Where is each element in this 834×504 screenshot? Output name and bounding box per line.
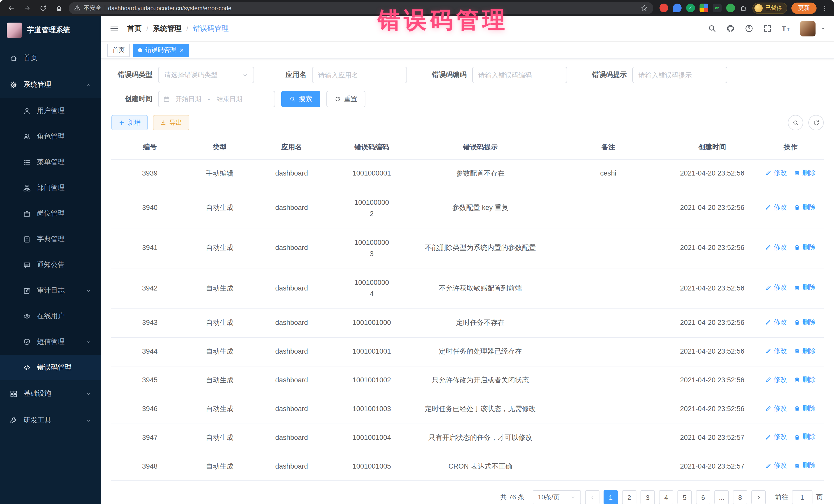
green-dot-extension-icon[interactable] [726, 4, 735, 12]
sidebar-item-audit-log[interactable]: 审计日志 [0, 278, 101, 303]
edit-button[interactable]: 修改 [766, 168, 787, 178]
reload-icon[interactable] [37, 2, 49, 14]
bookmark-star-icon[interactable] [640, 4, 648, 12]
cell-actions: 修改删除 [758, 308, 824, 337]
prev-page-button[interactable] [585, 490, 599, 504]
edit-button[interactable]: 修改 [766, 404, 787, 413]
check-extension-icon[interactable]: ✓ [686, 4, 695, 12]
breadcrumb-item[interactable]: 系统管理 [153, 24, 182, 33]
sidebar-item-role-management[interactable]: 角色管理 [0, 124, 101, 149]
url-text[interactable]: dashboard.yudao.iocoder.cn/system/error-… [108, 5, 232, 11]
cell-time: 2021-04-20 23:52:56 [667, 228, 758, 268]
fullscreen-icon[interactable] [763, 24, 772, 33]
chrome-menu-icon[interactable] [821, 2, 829, 14]
error-hint-label: 错误码提示 [592, 70, 627, 80]
delete-button[interactable]: 删除 [794, 404, 816, 413]
url-bar[interactable]: 不安全 dashboard.yudao.iocoder.cn/system/er… [69, 2, 653, 14]
github-icon[interactable] [726, 24, 735, 33]
edit-button[interactable]: 修改 [766, 346, 787, 355]
sidebar-item-post-management[interactable]: 岗位管理 [0, 201, 101, 226]
edit-button[interactable]: 修改 [766, 283, 787, 292]
next-page-button[interactable] [751, 490, 766, 504]
page-ellipsis[interactable]: ... [715, 490, 729, 504]
edit-button[interactable]: 修改 [766, 432, 787, 442]
sidebar-item-system-management[interactable]: 系统管理 [0, 71, 101, 98]
delete-button[interactable]: 删除 [794, 317, 816, 327]
edit-button[interactable]: 修改 [766, 461, 787, 470]
page-button-2[interactable]: 2 [622, 490, 636, 504]
sidebar-item-home[interactable]: 首页 [0, 45, 101, 71]
sidebar-item-dict-management[interactable]: 字典管理 [0, 226, 101, 252]
delete-button[interactable]: 删除 [794, 432, 816, 442]
page-button-8[interactable]: 8 [733, 490, 747, 504]
not-secure-label[interactable]: 不安全 [84, 4, 101, 12]
delete-button[interactable]: 删除 [794, 346, 816, 355]
error-code-input[interactable] [472, 67, 567, 83]
browser-home-icon[interactable] [53, 2, 65, 14]
sidebar-item-user-management[interactable]: 用户管理 [0, 98, 101, 124]
page-button-3[interactable]: 3 [640, 490, 655, 504]
user-avatar[interactable] [800, 21, 815, 36]
sidebar-item-online-user[interactable]: 在线用户 [0, 303, 101, 329]
sidebar-item-notice[interactable]: 通知公告 [0, 252, 101, 278]
sidebar-logo[interactable]: 芋道管理系统 [0, 16, 101, 45]
app-name-input[interactable] [312, 67, 407, 83]
tab-错误码管理[interactable]: 错误码管理× [133, 43, 189, 57]
delete-button[interactable]: 删除 [794, 168, 816, 178]
toggle-search-button[interactable] [788, 115, 803, 130]
delete-button[interactable]: 删除 [794, 283, 816, 292]
page-button-6[interactable]: 6 [696, 490, 710, 504]
breadcrumb-item[interactable]: 首页 [127, 24, 142, 33]
export-button[interactable]: 导出 [153, 115, 190, 130]
page-size-select[interactable]: 10条/页 [533, 490, 581, 504]
date-range-picker[interactable]: - [158, 91, 275, 107]
cell-code: 1001000002 [332, 188, 411, 228]
font-size-icon[interactable]: TT [782, 24, 790, 33]
sidebar-item-dev-tools[interactable]: 研发工具 [0, 407, 101, 434]
sidebar-item-sms-management[interactable]: 短信管理 [0, 329, 101, 355]
page-button-4[interactable]: 4 [659, 490, 673, 504]
search-button[interactable]: 搜索 [281, 91, 320, 107]
delete-button[interactable]: 删除 [794, 375, 816, 384]
add-button[interactable]: 新增 [111, 115, 148, 130]
sidebar-item-error-code-management[interactable]: 错误码管理 [0, 355, 101, 380]
error-hint-input[interactable] [632, 67, 727, 83]
tab-首页[interactable]: 首页 [107, 43, 130, 57]
page-button-1[interactable]: 1 [603, 490, 618, 504]
hamburger-icon[interactable] [109, 24, 119, 34]
edit-button[interactable]: 修改 [766, 375, 787, 384]
reset-button[interactable]: 重置 [326, 91, 366, 107]
error-type-select[interactable]: 请选择错误码类型 [158, 67, 254, 83]
edit-button[interactable]: 修改 [766, 203, 787, 212]
help-icon[interactable] [745, 24, 753, 33]
sidebar-item-infrastructure[interactable]: 基础设施 [0, 380, 101, 407]
profile-paused-badge[interactable]: 已暂停 [752, 2, 787, 14]
edit-button[interactable]: 修改 [766, 317, 787, 327]
cell-id: 3939 [111, 159, 188, 188]
location-extension-icon[interactable] [673, 4, 682, 12]
cell-time: 2021-04-20 23:52:57 [667, 452, 758, 481]
delete-button[interactable]: 删除 [794, 203, 816, 212]
sidebar-item-label: 角色管理 [37, 132, 65, 141]
edit-button[interactable]: 修改 [766, 243, 787, 252]
sidebar-item-dept-management[interactable]: 部门管理 [0, 175, 101, 201]
switch-on-extension-icon[interactable]: on [713, 4, 722, 12]
back-icon[interactable] [5, 2, 17, 14]
end-date-input[interactable] [213, 95, 246, 103]
chevron-down-icon[interactable] [820, 26, 826, 31]
start-date-input[interactable] [171, 95, 205, 103]
forward-icon[interactable] [21, 2, 33, 14]
menu-icon [23, 158, 31, 166]
page-button-5[interactable]: 5 [678, 490, 692, 504]
chrome-update-button[interactable]: 更新 [791, 2, 816, 14]
tab-close-icon[interactable]: × [180, 47, 183, 53]
delete-button[interactable]: 删除 [794, 243, 816, 252]
search-icon[interactable] [708, 24, 717, 33]
colors-grid-extension-icon[interactable] [700, 4, 708, 12]
puzzle-extension-icon[interactable] [740, 4, 748, 12]
refresh-table-button[interactable] [808, 115, 824, 130]
record-extension-icon[interactable] [659, 4, 668, 12]
goto-page-input[interactable] [792, 490, 812, 504]
delete-button[interactable]: 删除 [794, 461, 816, 470]
sidebar-item-menu-management[interactable]: 菜单管理 [0, 149, 101, 175]
